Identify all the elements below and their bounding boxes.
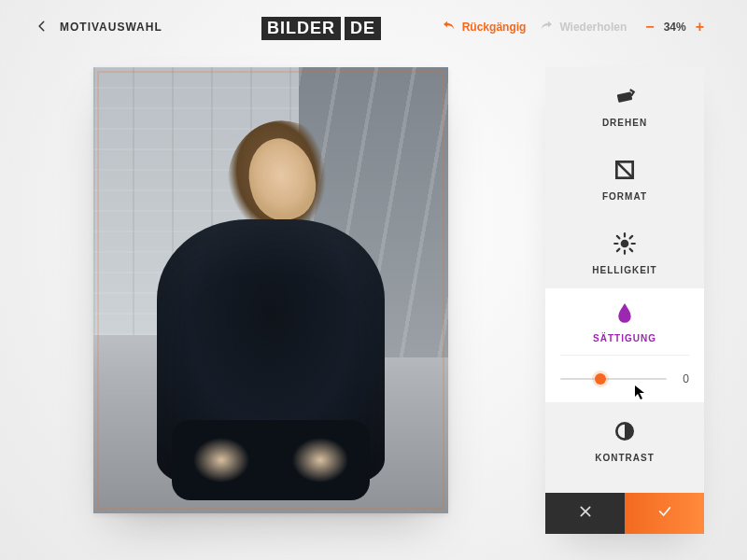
svg-line-9 bbox=[617, 249, 619, 251]
zoom-out-button[interactable]: − bbox=[645, 19, 654, 35]
history-controls: Rückgängig Wiederholen − 34% + bbox=[442, 0, 704, 54]
svg-rect-0 bbox=[617, 91, 633, 103]
rotate-icon bbox=[613, 84, 637, 110]
svg-line-10 bbox=[630, 236, 632, 238]
confirm-button[interactable] bbox=[625, 493, 704, 534]
cursor-icon bbox=[635, 385, 646, 400]
confirm-bar bbox=[545, 493, 704, 534]
tool-rotate-label: DREHEN bbox=[602, 118, 647, 128]
svg-line-8 bbox=[630, 249, 632, 251]
half-circle-icon bbox=[613, 419, 637, 445]
undo-icon bbox=[442, 19, 457, 36]
sun-icon bbox=[613, 231, 637, 258]
saturation-slider[interactable]: 0 bbox=[560, 372, 689, 385]
undo-button[interactable]: Rückgängig bbox=[442, 19, 527, 36]
canvas-stage[interactable] bbox=[93, 67, 448, 513]
back-label: MOTIVAUSWAHL bbox=[60, 21, 162, 34]
chevron-left-icon bbox=[35, 19, 49, 35]
redo-icon bbox=[539, 19, 554, 36]
tool-contrast[interactable]: KONTRAST bbox=[545, 402, 704, 476]
zoom-controls: − 34% + bbox=[645, 19, 704, 35]
panel-divider bbox=[560, 355, 689, 356]
saturation-value: 0 bbox=[676, 372, 689, 385]
tool-brightness-label: HELLIGKEIT bbox=[592, 265, 656, 275]
logo-left: BILDER bbox=[261, 17, 341, 40]
slider-track[interactable] bbox=[560, 378, 667, 380]
crop-frame-icon bbox=[613, 158, 637, 184]
tool-format[interactable]: FORMAT bbox=[545, 141, 704, 215]
redo-label: Wiederholen bbox=[559, 21, 627, 34]
top-bar: MOTIVAUSWAHL BILDER DE Rückgängig Wieder… bbox=[0, 0, 747, 54]
photo-preview bbox=[93, 67, 448, 513]
cancel-button[interactable] bbox=[545, 493, 625, 534]
droplet-icon bbox=[615, 301, 634, 328]
app-logo: BILDER DE bbox=[261, 17, 381, 40]
svg-line-7 bbox=[617, 236, 619, 238]
back-button[interactable]: MOTIVAUSWAHL bbox=[35, 19, 162, 35]
tool-saturation-label: SÄTTIGUNG bbox=[593, 333, 656, 343]
svg-point-2 bbox=[621, 240, 629, 248]
tool-contrast-label: KONTRAST bbox=[595, 453, 655, 463]
tool-rotate[interactable]: DREHEN bbox=[545, 67, 704, 141]
check-icon bbox=[657, 504, 672, 523]
slider-thumb[interactable] bbox=[595, 373, 606, 385]
tool-rail: DREHEN FORMAT HELLIGKEIT SÄTTIGUNG 0 bbox=[545, 67, 704, 534]
tool-format-label: FORMAT bbox=[602, 191, 647, 202]
zoom-percent: 34% bbox=[664, 21, 686, 34]
tool-saturation-panel: SÄTTIGUNG 0 bbox=[545, 288, 704, 402]
redo-button[interactable]: Wiederholen bbox=[539, 19, 627, 36]
zoom-in-button[interactable]: + bbox=[696, 19, 704, 35]
photo-knees bbox=[172, 420, 371, 500]
logo-right: DE bbox=[345, 17, 381, 40]
close-icon bbox=[578, 504, 593, 523]
undo-label: Rückgängig bbox=[462, 21, 527, 34]
tool-brightness[interactable]: HELLIGKEIT bbox=[545, 215, 704, 288]
